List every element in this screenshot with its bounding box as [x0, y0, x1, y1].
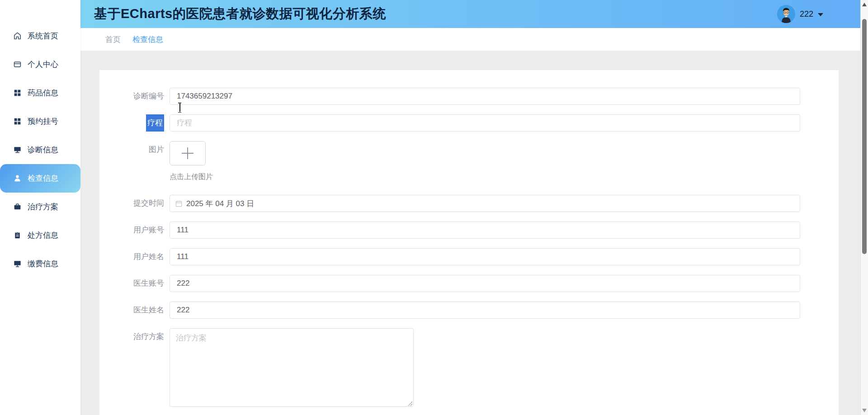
- sidebar-item-appointment[interactable]: 预约挂号: [0, 107, 80, 136]
- scroll-up-arrow-icon[interactable]: [862, 3, 867, 6]
- user-account-input[interactable]: [170, 222, 800, 239]
- field-label: 疗程: [99, 114, 170, 132]
- scrollbar[interactable]: [860, 0, 868, 415]
- sidebar-item-label: 治疗方案: [28, 202, 58, 212]
- user-menu[interactable]: 222: [777, 0, 823, 28]
- upload-hint: 点击上传图片: [170, 172, 839, 182]
- sidebar-item-drug-info[interactable]: 药品信息: [0, 79, 80, 107]
- field-label: 医生姓名: [99, 302, 170, 319]
- main-content: 诊断编号 疗程 图片 点击上传图片: [80, 51, 860, 415]
- breadcrumb-current[interactable]: 检查信息: [132, 34, 163, 45]
- header: 基于ECharts的医院患者就诊数据可视化分析系统 222: [80, 0, 860, 28]
- form-row-doctor-account: 医生账号: [99, 275, 839, 292]
- grid-icon: [13, 89, 22, 98]
- field-label: 治疗方案: [99, 328, 170, 409]
- briefcase-icon: [13, 203, 22, 212]
- sidebar-item-prescription-info[interactable]: 处方信息: [0, 221, 80, 250]
- sidebar-item-system-home[interactable]: 系统首页: [0, 22, 80, 50]
- sidebar-item-personal-center[interactable]: 个人中心: [0, 50, 80, 79]
- sidebar-item-label: 预约挂号: [28, 116, 58, 127]
- form-row-course: 疗程: [99, 114, 839, 132]
- username: 222: [800, 9, 813, 19]
- sidebar-item-payment-info[interactable]: 缴费信息: [0, 250, 80, 278]
- sidebar-item-label: 诊断信息: [28, 145, 58, 155]
- sidebar-item-label: 缴费信息: [28, 259, 58, 269]
- field-label: 用户账号: [99, 222, 170, 239]
- user-icon: [13, 174, 22, 183]
- field-label: 图片: [99, 141, 170, 182]
- home-icon: [13, 32, 22, 41]
- selected-label-text: 疗程: [146, 114, 164, 132]
- plus-icon: [182, 147, 193, 159]
- text-cursor: [178, 103, 182, 113]
- id-card-icon: [13, 60, 22, 69]
- form-row-diagnosis-id: 诊断编号: [99, 88, 839, 105]
- form-row-doctor-name: 医生姓名: [99, 302, 839, 319]
- app-window: 系统首页 个人中心 药品信息 预约挂号 诊断信息: [0, 0, 868, 415]
- diagnosis-id-input[interactable]: [170, 88, 800, 105]
- sidebar-item-label: 处方信息: [28, 230, 58, 241]
- scroll-down-arrow-icon[interactable]: [862, 409, 867, 412]
- sidebar-item-exam-info[interactable]: 检查信息: [0, 164, 80, 193]
- user-name-input[interactable]: [170, 248, 800, 265]
- scrollbar-thumb[interactable]: [862, 19, 867, 254]
- submit-time-picker[interactable]: 2025 年 04 月 03 日: [170, 195, 800, 212]
- form-card: 诊断编号 疗程 图片 点击上传图片: [99, 70, 839, 415]
- sidebar-item-label: 系统首页: [28, 31, 58, 41]
- sidebar-item-diagnosis-info[interactable]: 诊断信息: [0, 136, 80, 164]
- caret-down-icon: [818, 13, 823, 16]
- sidebar-item-label: 个人中心: [28, 59, 58, 70]
- calendar-icon: [175, 200, 182, 207]
- page-title: 基于ECharts的医院患者就诊数据可视化分析系统: [80, 5, 386, 23]
- field-label: 提交时间: [99, 195, 170, 212]
- form-row-user-account: 用户账号: [99, 222, 839, 239]
- doctor-name-input[interactable]: [170, 302, 800, 319]
- course-input[interactable]: [170, 114, 800, 132]
- monitor-icon: [13, 146, 22, 155]
- sidebar-item-label: 检查信息: [28, 173, 58, 184]
- resize-handle[interactable]: [408, 401, 412, 406]
- submit-time-value: 2025 年 04 月 03 日: [186, 198, 254, 209]
- breadcrumb: 首页 检查信息: [80, 28, 860, 51]
- avatar[interactable]: [777, 5, 795, 23]
- clipboard-icon: [13, 231, 22, 240]
- field-label: 医生账号: [99, 275, 170, 292]
- form-row-image: 图片 点击上传图片: [99, 141, 839, 182]
- form-row-treatment-plan: 治疗方案: [99, 328, 839, 409]
- image-upload-button[interactable]: [170, 141, 206, 165]
- sidebar: 系统首页 个人中心 药品信息 预约挂号 诊断信息: [0, 0, 80, 415]
- form-row-submit-time: 提交时间 2025 年 04 月 03 日: [99, 195, 839, 212]
- field-label: 诊断编号: [99, 88, 170, 105]
- field-label: 用户姓名: [99, 248, 170, 265]
- form-row-user-name: 用户姓名: [99, 248, 839, 265]
- grid-icon: [13, 117, 22, 126]
- sidebar-item-treatment-plan[interactable]: 治疗方案: [0, 193, 80, 221]
- breadcrumb-home[interactable]: 首页: [105, 34, 121, 45]
- doctor-account-input[interactable]: [170, 275, 800, 292]
- display-icon: [13, 259, 22, 269]
- treatment-plan-textarea[interactable]: [170, 328, 414, 407]
- sidebar-item-label: 药品信息: [28, 88, 58, 98]
